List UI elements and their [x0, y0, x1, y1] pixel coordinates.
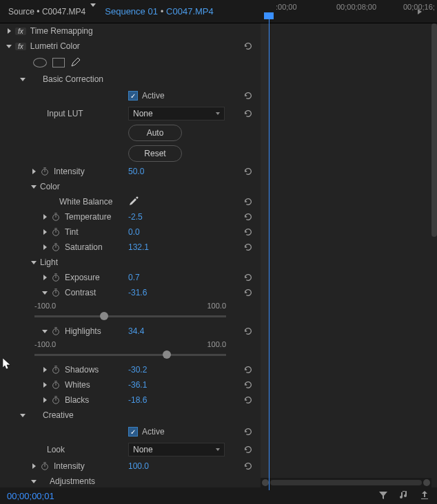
chevron-right-icon[interactable]: [41, 213, 48, 220]
chevron-right-icon[interactable]: [41, 381, 48, 388]
value-contrast[interactable]: -31.6: [128, 288, 147, 297]
slider-track[interactable]: [34, 315, 226, 317]
stopwatch-icon[interactable]: [51, 273, 61, 282]
reset-icon[interactable]: [243, 444, 254, 455]
stopwatch-icon[interactable]: [51, 288, 61, 297]
slider-contrast[interactable]: -100.0100.0: [0, 300, 261, 324]
chevron-down-icon[interactable]: [30, 478, 37, 485]
chevron-right-icon[interactable]: [30, 463, 37, 470]
music-note-icon[interactable]: [398, 490, 409, 503]
stopwatch-icon[interactable]: [51, 242, 61, 252]
value-intensity[interactable]: 50.0: [128, 167, 144, 176]
reset-icon[interactable]: [243, 196, 254, 207]
active-checkbox[interactable]: [128, 91, 138, 101]
playhead-marker[interactable]: [264, 12, 274, 19]
mask-rect-icon[interactable]: [52, 58, 65, 67]
chevron-down-icon[interactable]: [30, 259, 37, 266]
reset-icon[interactable]: [243, 272, 254, 283]
export-icon[interactable]: [419, 490, 430, 503]
scroll-track[interactable]: [270, 480, 422, 485]
reset-icon[interactable]: [243, 287, 254, 298]
look-dropdown[interactable]: None: [128, 443, 225, 456]
source-dropdown-chevron[interactable]: [90, 8, 96, 15]
eyedropper-icon[interactable]: [128, 196, 139, 209]
clip-link[interactable]: C0047.MP4: [166, 6, 214, 17]
section-light[interactable]: Light: [0, 255, 261, 270]
value-saturation[interactable]: 132.1: [128, 242, 149, 252]
stopwatch-icon[interactable]: [51, 227, 61, 237]
scroll-cap-left[interactable]: [262, 479, 269, 486]
value-whites[interactable]: -36.1: [128, 380, 147, 390]
section-creative[interactable]: Creative: [0, 408, 261, 423]
chevron-right-icon[interactable]: [6, 28, 12, 34]
reset-icon[interactable]: [243, 379, 254, 390]
vertical-scrollbar[interactable]: [431, 23, 437, 237]
reset-icon[interactable]: [243, 166, 254, 177]
section-basic-correction[interactable]: Basic Correction: [0, 72, 261, 87]
reset-button[interactable]: Reset: [128, 145, 182, 162]
chevron-right-icon[interactable]: [41, 244, 48, 251]
chevron-right-icon[interactable]: [41, 274, 48, 281]
reset-icon[interactable]: [243, 41, 254, 52]
value-highlights[interactable]: 34.4: [128, 326, 144, 336]
timecode[interactable]: 00;00;00;01: [7, 491, 54, 501]
reset-icon[interactable]: [243, 108, 254, 119]
effect-lumetri-color[interactable]: fx Lumetri Color: [0, 39, 261, 54]
sequence-link[interactable]: Sequence 01: [105, 6, 158, 17]
horizontal-scrollbar[interactable]: [261, 478, 431, 487]
reset-icon[interactable]: [243, 90, 254, 101]
slider-thumb[interactable]: [100, 312, 108, 320]
chevron-down-icon[interactable]: [19, 76, 26, 83]
ruler-tick-label: 00;00;08;00: [336, 3, 376, 11]
filter-icon[interactable]: [378, 490, 389, 503]
section-adjustments[interactable]: Adjustments: [0, 474, 261, 489]
slider-track[interactable]: [34, 354, 226, 356]
stopwatch-icon[interactable]: [40, 461, 50, 471]
slider-highlights[interactable]: -100.0100.0: [0, 339, 261, 362]
chevron-down-icon[interactable]: [30, 183, 37, 190]
stopwatch-icon[interactable]: [40, 167, 50, 176]
reset-icon[interactable]: [243, 227, 254, 238]
chevron-right-icon[interactable]: [41, 229, 48, 235]
stopwatch-icon[interactable]: [51, 212, 61, 222]
mask-tools: [0, 54, 261, 72]
timeline-area[interactable]: [261, 23, 431, 487]
chevron-down-icon[interactable]: [19, 412, 26, 419]
slider-thumb[interactable]: [163, 350, 171, 359]
value-shadows[interactable]: -30.2: [128, 365, 147, 375]
reset-icon[interactable]: [243, 395, 254, 406]
row-highlights: Highlights 34.4: [0, 324, 261, 339]
input-lut-dropdown[interactable]: None: [128, 107, 225, 120]
stopwatch-icon[interactable]: [51, 326, 61, 336]
chevron-right-icon[interactable]: [41, 397, 48, 403]
stopwatch-icon[interactable]: [51, 395, 61, 405]
reset-icon[interactable]: [243, 326, 254, 337]
value-exposure[interactable]: 0.7: [128, 273, 140, 282]
reset-icon[interactable]: [243, 211, 254, 222]
value-tint[interactable]: 0.0: [128, 227, 140, 237]
row-saturation: Saturation 132.1: [0, 240, 261, 255]
value-creative-intensity[interactable]: 100.0: [128, 461, 149, 471]
scroll-cap-right[interactable]: [423, 479, 430, 486]
chevron-down-icon[interactable]: [6, 43, 12, 50]
chevron-right-icon[interactable]: [41, 366, 48, 373]
mask-ellipse-icon[interactable]: [33, 58, 47, 67]
reset-icon[interactable]: [243, 364, 254, 375]
section-color[interactable]: Color: [0, 179, 261, 194]
reset-icon[interactable]: [243, 242, 254, 253]
reset-icon[interactable]: [243, 426, 254, 437]
reset-icon[interactable]: [243, 461, 254, 472]
active-checkbox[interactable]: [128, 427, 138, 437]
effect-time-remapping[interactable]: fx Time Remapping: [0, 23, 261, 39]
stopwatch-icon[interactable]: [51, 365, 61, 375]
value-blacks[interactable]: -18.6: [128, 395, 147, 405]
auto-button[interactable]: Auto: [128, 125, 182, 141]
chevron-down-icon[interactable]: [41, 289, 48, 296]
stopwatch-icon[interactable]: [51, 380, 61, 390]
mask-pen-icon[interactable]: [70, 56, 81, 70]
value-temperature[interactable]: -2.5: [128, 212, 143, 222]
row-reset: Reset: [0, 143, 261, 164]
timeline-ruler[interactable]: :00;00 00;00;08;00 00;00;16;: [269, 0, 431, 23]
chevron-right-icon[interactable]: [30, 168, 37, 175]
chevron-down-icon[interactable]: [41, 328, 48, 335]
